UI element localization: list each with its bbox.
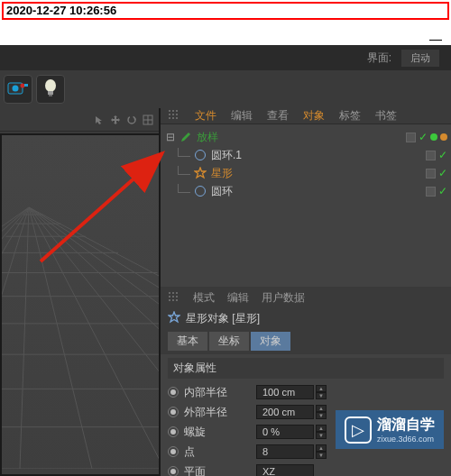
- circle-spline-icon: [193, 184, 207, 198]
- star-spline-icon: [193, 166, 207, 180]
- render-icon[interactable]: [4, 75, 32, 104]
- tree-label: 圆环: [211, 184, 420, 199]
- visibility-check-icon[interactable]: ✓: [419, 131, 428, 143]
- watermark-url: zixue.3d66.com: [377, 435, 435, 444]
- vp-tool-panel-icon[interactable]: [141, 113, 155, 127]
- svg-point-20: [169, 292, 170, 294]
- tree-object-loft[interactable]: ⊟ 放样 ✓: [164, 128, 447, 146]
- outer-radius-input[interactable]: [256, 405, 314, 419]
- tree-connector-line: [178, 184, 190, 193]
- svg-point-26: [169, 299, 170, 301]
- prop-label: 螺旋: [184, 425, 256, 440]
- points-input[interactable]: [256, 444, 314, 459]
- titlebar: 界面: 启动: [0, 45, 451, 70]
- tree-connector-line: [178, 148, 190, 157]
- tag-layer-icon[interactable]: [406, 133, 416, 142]
- svg-point-2: [21, 84, 25, 88]
- svg-point-7: [128, 116, 135, 124]
- prop-label: 外部半径: [184, 405, 256, 420]
- prop-keyframe-icon[interactable]: [168, 407, 179, 417]
- attr-menu-userdata[interactable]: 用户数据: [262, 290, 305, 306]
- svg-rect-3: [24, 84, 28, 87]
- prop-label: 内部半径: [184, 385, 256, 400]
- tree-object-star[interactable]: 星形 ✓: [164, 164, 447, 182]
- panel-grip-icon[interactable]: [168, 109, 180, 123]
- menu-view[interactable]: 查看: [267, 108, 289, 124]
- svg-point-16: [176, 114, 178, 115]
- loft-icon: [179, 130, 193, 144]
- watermark: ▷ 溜溜自学 zixue.3d66.com: [336, 410, 444, 449]
- svg-point-14: [169, 114, 170, 115]
- prop-label: 平面: [184, 464, 256, 477]
- svg-point-12: [172, 110, 174, 112]
- prop-keyframe-icon[interactable]: [168, 387, 179, 398]
- tree-label: 星形: [211, 166, 420, 181]
- svg-point-21: [172, 292, 174, 294]
- attr-menu-edit[interactable]: 编辑: [227, 290, 249, 306]
- menu-edit[interactable]: 编辑: [231, 108, 253, 124]
- launch-layout-button[interactable]: 启动: [400, 49, 440, 68]
- 3d-viewport[interactable]: [0, 133, 159, 476]
- attr-object-title: 星形对象 [星形]: [186, 311, 260, 326]
- circle-spline-icon: [193, 148, 207, 162]
- svg-point-28: [176, 299, 178, 301]
- lightbulb-icon[interactable]: [36, 75, 65, 104]
- svg-point-15: [172, 114, 174, 115]
- svg-point-11: [169, 110, 170, 112]
- spinner-up-icon[interactable]: ▲: [316, 425, 327, 432]
- panel-grip-icon[interactable]: [168, 291, 180, 305]
- vp-tool-cursor-icon[interactable]: [92, 113, 106, 127]
- svg-point-18: [172, 117, 174, 119]
- menu-object[interactable]: 对象: [303, 108, 325, 124]
- object-hierarchy-tree[interactable]: ⊟ 放样 ✓ 圆环.1: [161, 124, 451, 287]
- spinner-down-icon[interactable]: ▼: [316, 452, 327, 459]
- vp-tool-rotate-icon[interactable]: [124, 113, 139, 127]
- spinner-up-icon[interactable]: ▲: [316, 405, 327, 412]
- prop-keyframe-icon[interactable]: [168, 446, 179, 457]
- attr-tab-coord[interactable]: 坐标: [209, 332, 249, 351]
- plane-select[interactable]: [256, 464, 314, 476]
- viewport-column: [0, 108, 159, 476]
- tree-collapse-icon[interactable]: ⊟: [164, 131, 177, 143]
- spinner-up-icon[interactable]: ▲: [316, 444, 327, 452]
- svg-point-4: [45, 79, 56, 92]
- menu-file[interactable]: 文件: [195, 108, 216, 124]
- attr-menu-mode[interactable]: 模式: [193, 290, 215, 306]
- phong-dot-icon[interactable]: [440, 133, 447, 141]
- ui-layout-label: 界面:: [367, 50, 391, 66]
- tree-object-ring[interactable]: 圆环 ✓: [164, 182, 447, 200]
- svg-rect-6: [49, 95, 52, 96]
- visibility-check-icon[interactable]: ✓: [438, 167, 447, 179]
- spinner-down-icon[interactable]: ▼: [316, 412, 327, 419]
- svg-point-24: [172, 296, 174, 298]
- svg-point-13: [176, 110, 178, 112]
- visibility-check-icon[interactable]: ✓: [438, 149, 447, 161]
- prop-inner-radius: 内部半径 ▲▼: [168, 382, 444, 402]
- spinner-down-icon[interactable]: ▼: [316, 432, 327, 439]
- attr-tab-object[interactable]: 对象: [251, 332, 290, 351]
- vp-tool-move-icon[interactable]: [108, 113, 123, 127]
- tree-object-ring1[interactable]: 圆环.1 ✓: [164, 146, 447, 164]
- svg-point-19: [176, 117, 178, 119]
- svg-rect-5: [48, 91, 53, 95]
- menu-tags[interactable]: 标签: [339, 108, 361, 124]
- spinner-down-icon[interactable]: ▼: [316, 392, 327, 399]
- render-dot-icon[interactable]: [430, 133, 437, 141]
- attr-tab-basic[interactable]: 基本: [168, 332, 207, 351]
- svg-point-1: [13, 86, 19, 92]
- tree-label: 放样: [197, 130, 400, 145]
- visibility-check-icon[interactable]: ✓: [438, 185, 447, 197]
- menu-bookmark[interactable]: 书签: [375, 108, 397, 124]
- tag-layer-icon[interactable]: [426, 151, 436, 160]
- prop-keyframe-icon[interactable]: [168, 426, 179, 437]
- svg-point-23: [169, 296, 170, 298]
- tag-layer-icon[interactable]: [426, 187, 436, 197]
- spinner-up-icon[interactable]: ▲: [316, 385, 327, 392]
- prop-plane: 平面: [168, 462, 444, 476]
- svg-point-25: [176, 296, 178, 298]
- twist-input[interactable]: [256, 425, 314, 439]
- inner-radius-input[interactable]: [256, 385, 314, 399]
- tag-layer-icon[interactable]: [426, 169, 436, 178]
- window-minimize-icon[interactable]: —: [429, 32, 442, 46]
- prop-keyframe-icon[interactable]: [168, 466, 179, 476]
